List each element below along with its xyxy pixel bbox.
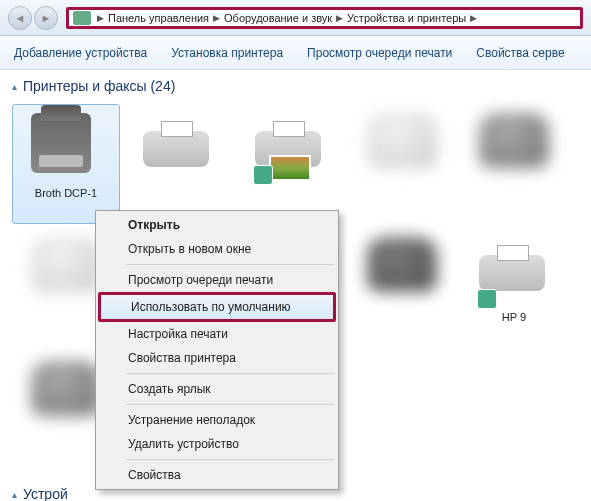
- section-title: Принтеры и факсы (24): [23, 78, 175, 94]
- menu-set-default[interactable]: Использовать по умолчанию: [98, 292, 336, 322]
- printer-icon: [367, 113, 437, 183]
- menu-separator: [126, 459, 334, 460]
- menu-separator: [126, 404, 334, 405]
- menu-print-prefs[interactable]: Настройка печати: [98, 322, 336, 346]
- menu-troubleshoot[interactable]: Устранение неполадок: [98, 408, 336, 432]
- printer-icon: [479, 113, 549, 183]
- chevron-right-icon: ▶: [466, 13, 481, 23]
- printer-item-blurred[interactable]: [348, 228, 456, 348]
- printer-item[interactable]: HP 9: [460, 228, 568, 348]
- printer-item-blurred[interactable]: [348, 104, 456, 224]
- printer-icon: [31, 237, 101, 307]
- status-badge-icon: [253, 165, 273, 185]
- context-menu: Открыть Открыть в новом окне Просмотр оч…: [95, 210, 339, 490]
- breadcrumb-item[interactable]: Оборудование и звук: [224, 12, 332, 24]
- printer-icon: [367, 237, 437, 307]
- server-properties-button[interactable]: Свойства серве: [476, 46, 564, 60]
- back-button[interactable]: ◄: [8, 6, 32, 30]
- forward-button[interactable]: ►: [34, 6, 58, 30]
- menu-properties[interactable]: Свойства: [98, 463, 336, 487]
- chevron-down-icon: ▴: [12, 81, 17, 92]
- menu-open[interactable]: Открыть: [98, 213, 336, 237]
- nav-buttons: ◄ ►: [8, 6, 58, 30]
- address-bar: ◄ ► ▶ Панель управления ▶ Оборудование и…: [0, 0, 591, 36]
- printer-photo-icon: [255, 113, 325, 183]
- chevron-right-icon: ▶: [209, 13, 224, 23]
- menu-printer-props[interactable]: Свойства принтера: [98, 346, 336, 370]
- chevron-down-icon: ▴: [12, 489, 17, 500]
- printer-inkjet-icon: [479, 237, 549, 307]
- menu-create-shortcut[interactable]: Создать ярлык: [98, 377, 336, 401]
- add-device-button[interactable]: Добавление устройства: [14, 46, 147, 60]
- location-icon: [73, 11, 91, 25]
- chevron-right-icon: ▶: [93, 13, 108, 23]
- breadcrumb[interactable]: ▶ Панель управления ▶ Оборудование и зву…: [66, 7, 583, 29]
- status-badge-icon: [477, 289, 497, 309]
- printer-mfp-icon: [31, 113, 101, 183]
- device-label: HP 9: [502, 311, 526, 324]
- breadcrumb-item[interactable]: Панель управления: [108, 12, 209, 24]
- printer-item-selected[interactable]: Broth DCP-1: [12, 104, 120, 224]
- add-printer-button[interactable]: Установка принтера: [171, 46, 283, 60]
- printer-item-blurred[interactable]: [460, 104, 568, 224]
- device-label: Broth DCP-1: [35, 187, 97, 200]
- section-title: Устрой: [23, 486, 68, 501]
- view-queue-button[interactable]: Просмотр очереди печати: [307, 46, 452, 60]
- breadcrumb-item[interactable]: Устройства и принтеры: [347, 12, 466, 24]
- menu-open-new-window[interactable]: Открыть в новом окне: [98, 237, 336, 261]
- chevron-right-icon: ▶: [332, 13, 347, 23]
- printer-icon: [31, 361, 101, 431]
- printer-item[interactable]: [236, 104, 344, 224]
- printer-inkjet-icon: [143, 113, 213, 183]
- menu-separator: [126, 264, 334, 265]
- menu-view-queue[interactable]: Просмотр очереди печати: [98, 268, 336, 292]
- section-header-printers[interactable]: ▴ Принтеры и факсы (24): [12, 78, 579, 94]
- printer-item[interactable]: [124, 104, 232, 224]
- menu-separator: [126, 373, 334, 374]
- toolbar: Добавление устройства Установка принтера…: [0, 36, 591, 70]
- menu-remove-device[interactable]: Удалить устройство: [98, 432, 336, 456]
